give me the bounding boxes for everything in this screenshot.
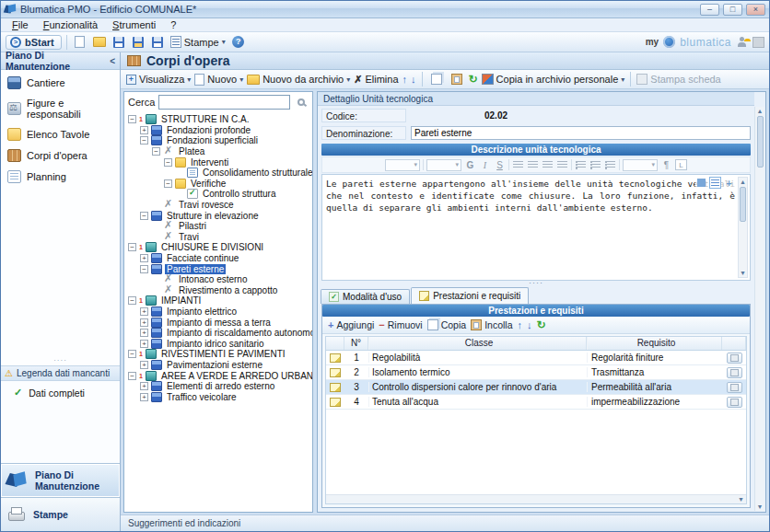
nuovo-da-archivio-button[interactable]: Nuovo da archivio ▾ [247, 74, 350, 85]
tree-expand-toggle[interactable]: + [140, 254, 148, 262]
tree-item-controllo-struttura[interactable]: Controllo struttura [125, 189, 312, 200]
menu-item-[interactable]: ? [163, 19, 183, 30]
table-row[interactable]: 2Isolamento termicoTrasmittanza [326, 365, 746, 380]
menu-item-file[interactable]: File [5, 19, 36, 30]
row-down-button[interactable]: ↓ [527, 319, 532, 330]
tree-expand-toggle[interactable]: + [140, 329, 148, 337]
maximize-button[interactable]: □ [723, 4, 742, 16]
descrizione-editor[interactable]: Le pareti esterne appartengono all'insie… [321, 174, 751, 281]
tree-item-pavimentazioni-esterne[interactable]: +Pavimentazioni esterne [125, 360, 312, 371]
tree-collapse-toggle[interactable]: − [152, 147, 160, 156]
tree-item-impianto-idrico-sanitario[interactable]: +Impianto idrico sanitario [125, 338, 312, 349]
refresh-button[interactable]: ↻ [536, 318, 545, 331]
tree-item-traffico-veicolare[interactable]: +Traffico veicolare [125, 391, 312, 402]
basket-icon[interactable] [752, 37, 764, 48]
tree-item-rivestimento-a-cappotto[interactable]: Rivestimento a cappotto [125, 285, 312, 296]
horizontal-splitter[interactable]: ···· [318, 281, 754, 287]
denominazione-field[interactable] [411, 126, 751, 140]
search-input[interactable] [158, 95, 290, 110]
tree-expand-toggle[interactable]: + [140, 318, 148, 327]
user-account-icon[interactable] [736, 36, 748, 48]
tree-collapse-toggle[interactable]: − [128, 350, 136, 358]
tree-item-chiusure-e-divisioni[interactable]: −1CHIUSURE E DIVISIONI [125, 242, 312, 253]
save-edit-button[interactable] [130, 34, 146, 51]
underline-button[interactable]: S [494, 159, 506, 171]
stampa-scheda-button[interactable]: Stampa scheda [636, 74, 720, 85]
tree-item-impianto-elettrico[interactable]: +Impianto elettrico [125, 306, 312, 318]
search-button[interactable] [294, 95, 309, 110]
align-center-button[interactable] [527, 159, 539, 171]
tree-item-aree-a-verde-e-arredo-urbano[interactable]: −1AREE A VERDE E ARREDO URBANO [125, 370, 312, 381]
font-size-select[interactable]: ▾ [426, 159, 461, 171]
tree-item-travi-rovesce[interactable]: Travi rovesce [125, 200, 312, 211]
menu-item-funzionalit[interactable]: Funzionalità [36, 19, 105, 30]
tree-collapse-toggle[interactable]: − [128, 243, 136, 251]
tree-item-fondazioni-superficiali[interactable]: −Fondazioni superficiali [125, 135, 312, 146]
table-row[interactable]: 1RegolabilitàRegolarità finiture [326, 351, 746, 365]
tree-expand-toggle[interactable]: + [140, 382, 148, 390]
elimina-button[interactable]: ✗ Elimina [354, 74, 398, 86]
copy-button[interactable] [428, 71, 445, 87]
sidebar-item-figure-e-responsabili[interactable]: Figure e responsabili [5, 97, 116, 121]
tree-item-impianto-di-messa-a-terra[interactable]: +Impianto di messa a terra [125, 317, 312, 328]
sidebar-item-corpi-d-opera[interactable]: Corpi d'opera [5, 148, 116, 163]
overlay-justify-button[interactable] [709, 177, 721, 189]
paste-button[interactable] [449, 71, 465, 87]
tree-collapse-toggle[interactable]: − [128, 296, 136, 305]
tree-expand-toggle[interactable]: + [140, 126, 148, 134]
scroll-down-icon[interactable]: ▼ [757, 503, 764, 511]
stampe-button[interactable]: Stampe ▾ [169, 34, 228, 51]
tree-expand-toggle[interactable]: + [140, 393, 148, 401]
tree-item-facciate-continue[interactable]: +Facciate continue [125, 253, 312, 264]
tree-expand-toggle[interactable]: + [140, 361, 148, 369]
tree-item-verifiche[interactable]: −Verifiche [125, 179, 312, 190]
minimize-button[interactable]: – [700, 4, 719, 16]
scroll-down-icon[interactable]: ▼ [740, 269, 746, 277]
tree-item-strutture-in-c-a[interactable]: −1STRUTTURE IN C.A. [125, 114, 312, 125]
scroll-up-icon[interactable]: ▲ [740, 178, 746, 186]
scroll-down-icon[interactable]: ▼ [738, 495, 744, 503]
tree-item-strutture-in-elevazione[interactable]: −Strutture in elevazione [125, 210, 312, 221]
tree-collapse-toggle[interactable]: − [140, 265, 148, 273]
bold-button[interactable]: G [464, 159, 476, 171]
collapse-left-icon[interactable]: < [110, 56, 115, 66]
tab-prestazioni-e-requisiti[interactable]: Prestazioni e requisiti [411, 287, 529, 304]
tree-item-rivestimenti-e-pavimenti[interactable]: −1RIVESTIMENTI E PAVIMENTI [125, 349, 312, 360]
tree-item-elementi-di-arredo-esterno[interactable]: +Elementi di arredo esterno [125, 381, 312, 392]
header-classe[interactable]: Classe [368, 337, 587, 350]
bullet-list-button[interactable] [575, 159, 587, 171]
tree-collapse-toggle[interactable]: − [140, 212, 148, 220]
sidebar-item-planning[interactable]: Planning [5, 169, 116, 184]
incolla-button[interactable]: Incolla [471, 319, 512, 330]
font-family-select[interactable]: ▾ [385, 159, 420, 171]
tree-item-pilastri[interactable]: Pilastri [125, 221, 312, 232]
align-left-button[interactable] [512, 159, 524, 171]
tree-collapse-toggle[interactable]: − [140, 136, 148, 145]
row-detail-button[interactable] [727, 397, 742, 408]
multilevel-list-button[interactable] [604, 159, 616, 171]
tree-item-consolidamento-strutturale[interactable]: Consolidamento strutturale [125, 168, 312, 179]
row-detail-button[interactable] [727, 382, 742, 393]
row-detail-button[interactable] [727, 367, 742, 378]
move-down-button[interactable]: ↓ [411, 74, 416, 85]
help-button[interactable]: ? [230, 34, 247, 51]
table-hscrollbar[interactable]: ▼ [326, 494, 746, 503]
align-right-button[interactable] [542, 159, 554, 171]
editor-scrollbar[interactable]: ▲ ▼ [738, 177, 748, 278]
nuovo-button[interactable]: Nuovo ▾ [194, 74, 243, 86]
overlay-fill-button[interactable] [695, 177, 707, 189]
tree-item-intonaco-esterno[interactable]: Intonaco esterno [125, 274, 312, 285]
tree-item-platea[interactable]: −Platea [125, 146, 312, 157]
tree-expand-toggle[interactable]: + [140, 307, 148, 316]
detail-scrollbar[interactable]: ▲ ▼ [754, 107, 764, 511]
copia-in-archivio-personale-button[interactable]: Copia in archivio personale ▾ [482, 74, 625, 85]
tree-item-fondazioni-profonde[interactable]: +Fondazioni profonde [125, 125, 312, 136]
layout-button[interactable]: L [675, 159, 687, 170]
table-row[interactable]: 3Controllo dispersioni calore per rinnov… [326, 380, 746, 395]
tree-collapse-toggle[interactable]: − [164, 179, 172, 188]
sidebar-splitter[interactable]: ···· [1, 357, 120, 365]
tree-item-interventi[interactable]: −Interventi [125, 156, 312, 168]
open-button[interactable] [91, 34, 108, 51]
header-n[interactable]: N° [344, 337, 368, 350]
tree-item-pareti-esterne[interactable]: −Pareti esterne [125, 263, 312, 274]
